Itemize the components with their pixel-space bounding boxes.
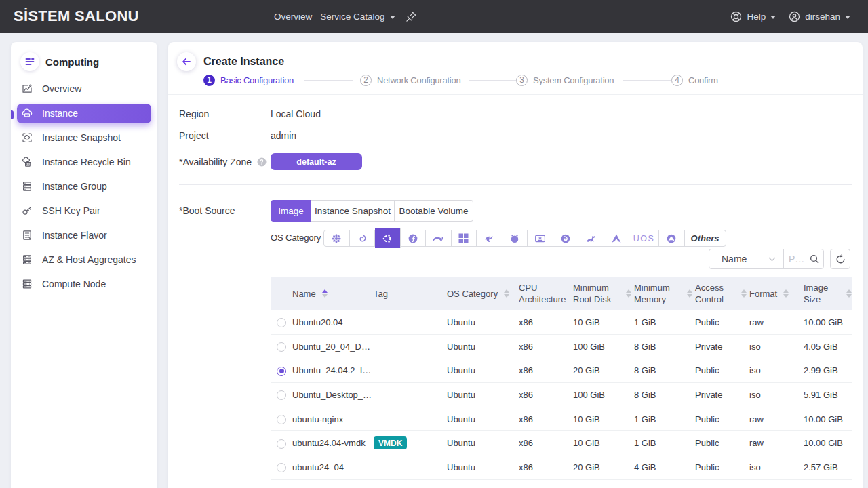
- header-divider: [168, 94, 863, 95]
- back-arrow-icon: [181, 56, 192, 67]
- boot-source-tabs: ImageInstance SnapshotBootable Volume: [271, 200, 473, 222]
- ssh-key-icon: [22, 205, 33, 216]
- sidebar-item-label: Instance Snapshot: [42, 132, 121, 143]
- column-title: Minimum Root Disk: [573, 282, 620, 305]
- sidebar-item-compute-node[interactable]: Compute Node: [11, 272, 157, 296]
- filter-field-value: Name: [722, 253, 747, 264]
- sidebar-item-az-host-aggregates[interactable]: AZ & Host Aggregates: [11, 247, 157, 272]
- table-header-row: NameTagOS CategoryCPU ArchitectureMinimu…: [271, 277, 852, 310]
- filter-field-select[interactable]: Name: [709, 249, 783, 268]
- table-row: ubuntu-nginxUbuntux8610 GiB1 GiBPublicra…: [271, 407, 852, 431]
- os-category-uos[interactable]: UOS: [629, 230, 659, 246]
- table-header-name[interactable]: Name: [290, 277, 371, 310]
- column-header-content: CPU Architecture: [519, 282, 570, 305]
- cell-tag: [371, 407, 444, 431]
- sidebar-item-instance-snapshot[interactable]: Instance Snapshot: [11, 125, 157, 150]
- cell-access_control: Private: [692, 335, 747, 359]
- top-nav-item-overview[interactable]: Overview: [274, 12, 312, 22]
- row-radio[interactable]: [277, 415, 286, 424]
- row-radio[interactable]: [277, 367, 286, 376]
- os-category-fedora[interactable]: [401, 230, 427, 246]
- os-category-anolis[interactable]: [659, 230, 685, 246]
- boot-source-tab-instance-snapshot[interactable]: Instance Snapshot: [311, 200, 395, 222]
- cell-name: ubuntu24.04-vmdk: [290, 431, 371, 455]
- os-category-kylin[interactable]: [502, 230, 528, 246]
- cell-os_category: Ubuntu: [444, 383, 516, 407]
- column-title: Tag: [374, 288, 388, 300]
- user-menu[interactable]: dirsehan: [789, 11, 850, 22]
- cell-min_memory: 4 GiB: [631, 455, 692, 480]
- os-category-centos[interactable]: [324, 230, 350, 246]
- row-radio[interactable]: [277, 318, 286, 327]
- sidebar-item-ssh-key-pair[interactable]: SSH Key Pair: [11, 199, 157, 223]
- os-windows-icon: [458, 233, 469, 243]
- cell-cpu_architecture: x86: [516, 407, 570, 431]
- sidebar-collapse-button[interactable]: [20, 52, 39, 71]
- boot-source-tab-image[interactable]: Image: [271, 200, 311, 222]
- cell-access_control: Public: [692, 455, 747, 480]
- os-category-euleros[interactable]: [578, 230, 604, 246]
- os-ubuntu-icon: [382, 233, 393, 244]
- sidebar-item-label: SSH Key Pair: [42, 205, 100, 216]
- os-category-deepin[interactable]: [553, 230, 579, 246]
- row-radio[interactable]: [277, 463, 286, 472]
- table-header-access_control[interactable]: Access Control: [692, 277, 747, 310]
- sidebar-item-instance[interactable]: Instance: [11, 101, 157, 125]
- project-label: Project: [179, 128, 209, 143]
- cell-format: raw: [747, 310, 801, 335]
- boot-source-tab-bootable-volume[interactable]: Bootable Volume: [395, 200, 473, 222]
- refresh-icon: [835, 254, 846, 264]
- sidebar-item-instance-recycle-bin[interactable]: Instance Recycle Bin: [11, 150, 157, 174]
- help-caret-icon: [770, 16, 776, 19]
- row-radio[interactable]: [277, 439, 286, 449]
- availability-zone-option[interactable]: default-az: [271, 153, 362, 170]
- column-header-content: Access Control: [695, 282, 747, 305]
- refresh-button[interactable]: [830, 249, 850, 269]
- table-toolbar: Name: [709, 249, 850, 269]
- sort-desc-triangle: [626, 294, 631, 298]
- availability-zone-label: *Availability Zone: [179, 155, 252, 169]
- tag-badge: VMDK: [374, 436, 407, 449]
- row-radio[interactable]: [277, 342, 286, 352]
- sort-desc-triangle: [322, 294, 328, 298]
- cell-tag: [371, 310, 444, 335]
- table-header-cpu_architecture: CPU Architecture: [516, 277, 570, 310]
- table-header-image_size[interactable]: Image Size: [801, 277, 852, 310]
- os-category-ubuntu[interactable]: [375, 228, 401, 248]
- app-logo[interactable]: SİSTEM SALONU: [14, 0, 139, 33]
- os-category-windows[interactable]: [452, 230, 477, 246]
- table-row: Ubuntu_Desktop_…Ubuntux86100 GiB8 GiBPri…: [271, 383, 852, 407]
- sort-caret-icon: [741, 289, 747, 298]
- table-header-min_memory[interactable]: Minimum Memory: [631, 277, 692, 310]
- sidebar-item-instance-group[interactable]: Instance Group: [11, 174, 157, 199]
- cell-image_size: 2.99 GiB: [801, 359, 852, 383]
- cell-os_category: Ubuntu: [444, 407, 516, 431]
- sidebar-item-instance-flavor[interactable]: Instance Flavor: [11, 223, 157, 247]
- sidebar-item-overview[interactable]: Overview: [11, 77, 157, 101]
- sort-asc-triangle: [504, 289, 509, 293]
- os-category-neokylin[interactable]: [528, 230, 553, 246]
- step-connector-line: [469, 80, 518, 81]
- table-header-os_category[interactable]: OS Category: [444, 277, 516, 310]
- table-head: NameTagOS CategoryCPU ArchitectureMinimu…: [271, 277, 852, 310]
- cell-format: raw: [747, 431, 801, 455]
- row-radio-cell: [271, 310, 290, 335]
- table-header-min_root_disk[interactable]: Minimum Root Disk: [570, 277, 631, 310]
- availability-zone-help-icon[interactable]: [257, 157, 267, 167]
- help-buoy-icon: [730, 11, 742, 22]
- row-radio[interactable]: [277, 390, 286, 400]
- pin-nav-button[interactable]: [406, 11, 417, 22]
- step-number-circle: 2: [360, 75, 372, 86]
- os-category-opensuse[interactable]: [426, 230, 452, 246]
- back-button[interactable]: [177, 52, 196, 71]
- cell-format: iso: [747, 455, 801, 480]
- os-openeuler-icon: [484, 233, 494, 244]
- os-category-openeuler[interactable]: [477, 230, 502, 246]
- table-header-format[interactable]: Format: [747, 277, 801, 310]
- os-category-debian[interactable]: [350, 230, 376, 246]
- table-row: ubuntu24_04Ubuntux8620 GiB4 GiBPubliciso…: [271, 455, 852, 480]
- help-menu[interactable]: Help: [730, 11, 776, 22]
- os-category-arch[interactable]: [604, 230, 630, 246]
- top-nav-item-service-catalog[interactable]: Service Catalog: [320, 12, 395, 22]
- os-category-others[interactable]: Others: [685, 230, 726, 246]
